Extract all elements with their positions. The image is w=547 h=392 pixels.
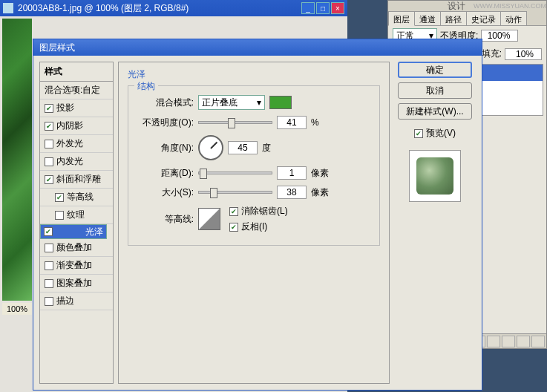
style-item-内发光[interactable]: 内发光: [40, 153, 113, 171]
distance-slider[interactable]: [198, 172, 272, 174]
maximize-button[interactable]: □: [316, 2, 330, 14]
size-slider[interactable]: [198, 191, 272, 194]
mask-icon[interactable]: [487, 336, 500, 347]
tab-actions[interactable]: 动作: [500, 11, 527, 25]
checkbox-icon[interactable]: ✔: [44, 227, 53, 236]
checkbox-icon[interactable]: [45, 157, 53, 166]
cancel-button[interactable]: 取消: [398, 82, 472, 99]
checkbox-icon[interactable]: ✔: [45, 122, 53, 131]
close-button[interactable]: ×: [331, 2, 344, 14]
preview-box: [409, 150, 461, 202]
section-title: 光泽: [128, 68, 380, 81]
tab-layers[interactable]: 图层: [388, 11, 415, 26]
size-label: 大小(S):: [134, 186, 194, 199]
style-item-图案叠加[interactable]: 图案叠加: [40, 275, 113, 293]
antialias-checkbox[interactable]: ✔消除锯齿(L): [229, 205, 288, 218]
tab-history[interactable]: 史记录: [466, 11, 501, 25]
contour-picker[interactable]: [198, 208, 220, 230]
new-style-button[interactable]: 新建样式(W)...: [398, 103, 472, 120]
distance-label: 距离(D):: [134, 167, 194, 180]
opacity-field[interactable]: 100%: [481, 30, 518, 42]
style-item-纹理[interactable]: 纹理: [40, 206, 113, 224]
document-titlebar[interactable]: 20003AB8-1.jpg @ 100% (图层 2, RGB/8#) _ □…: [0, 0, 347, 16]
distance-input[interactable]: [277, 166, 307, 180]
panel-tabs: 图层 通道 路径 史记录 动作: [388, 11, 546, 26]
canvas-preview[interactable]: [2, 19, 32, 301]
blend-mode-select[interactable]: 正片叠底▾: [198, 95, 265, 110]
checkbox-icon[interactable]: ✔: [45, 104, 53, 113]
layer-style-dialog: 图层样式 样式 混合选项:自定 ✔投影✔内阴影外发光内发光✔斜面和浮雕✔等高线纹…: [33, 39, 482, 391]
checkbox-icon[interactable]: [45, 279, 53, 288]
styles-header[interactable]: 样式: [40, 62, 113, 82]
checkbox-icon[interactable]: [45, 244, 53, 252]
doc-title: 20003AB8-1.jpg @ 100% (图层 2, RGB/8#): [18, 2, 189, 15]
dialog-titlebar[interactable]: 图层样式: [33, 39, 482, 56]
folder-icon[interactable]: [502, 336, 515, 347]
settings-area: 光泽 结构 混合模式: 正片叠底▾ 不透明度(O): % 角度(N):: [118, 62, 390, 384]
blend-mode-label: 混合模式:: [134, 97, 194, 109]
new-icon[interactable]: [517, 336, 530, 347]
style-item-内阴影[interactable]: ✔内阴影: [40, 117, 113, 135]
style-item-等高线[interactable]: ✔等高线: [40, 189, 113, 206]
blending-options[interactable]: 混合选项:自定: [40, 82, 113, 99]
checkbox-icon[interactable]: ✔: [55, 193, 64, 202]
panel-brand: 思缘设计论坛WWW.MISSYUAN.COM: [388, 1, 546, 11]
style-list: 样式 混合选项:自定 ✔投影✔内阴影外发光内发光✔斜面和浮雕✔等高线纹理✔光泽颜…: [39, 62, 114, 384]
color-swatch[interactable]: [269, 96, 292, 109]
opacity-input[interactable]: [277, 116, 307, 129]
preview-swatch: [416, 157, 453, 195]
style-item-投影[interactable]: ✔投影: [40, 99, 113, 117]
angle-dial[interactable]: [198, 135, 223, 160]
style-item-颜色叠加[interactable]: 颜色叠加: [40, 239, 113, 257]
style-item-描边[interactable]: 描边: [40, 293, 113, 310]
checkbox-icon[interactable]: [45, 261, 53, 270]
checkbox-icon[interactable]: [55, 211, 64, 220]
zoom-label[interactable]: 100%: [2, 303, 32, 315]
doc-icon: [3, 3, 13, 13]
tab-channels[interactable]: 通道: [414, 11, 441, 25]
invert-checkbox[interactable]: ✔反相(I): [229, 220, 288, 233]
group-title: 结构: [134, 80, 158, 93]
style-item-渐变叠加[interactable]: 渐变叠加: [40, 257, 113, 275]
checkbox-icon[interactable]: ✔: [45, 175, 53, 184]
checkbox-icon[interactable]: [45, 297, 53, 306]
style-item-斜面和浮雕[interactable]: ✔斜面和浮雕: [40, 171, 113, 189]
angle-label: 角度(N):: [134, 142, 194, 154]
opacity-label: 不透明度(O):: [134, 117, 194, 129]
style-item-光泽[interactable]: ✔光泽: [40, 224, 107, 239]
opacity-slider[interactable]: [198, 121, 272, 124]
fill-label: 填充:: [482, 48, 502, 60]
checkbox-icon[interactable]: [45, 140, 53, 148]
style-item-外发光[interactable]: 外发光: [40, 135, 113, 153]
tab-paths[interactable]: 路径: [440, 11, 467, 25]
contour-label: 等高线:: [134, 213, 194, 226]
preview-checkbox[interactable]: ✔预览(V): [414, 127, 456, 140]
fill-field[interactable]: 10%: [505, 48, 542, 60]
angle-input[interactable]: [228, 141, 258, 154]
minimize-button[interactable]: _: [301, 2, 315, 14]
ok-button[interactable]: 确定: [398, 62, 472, 78]
trash-icon[interactable]: [531, 336, 545, 347]
size-input[interactable]: [277, 186, 307, 199]
